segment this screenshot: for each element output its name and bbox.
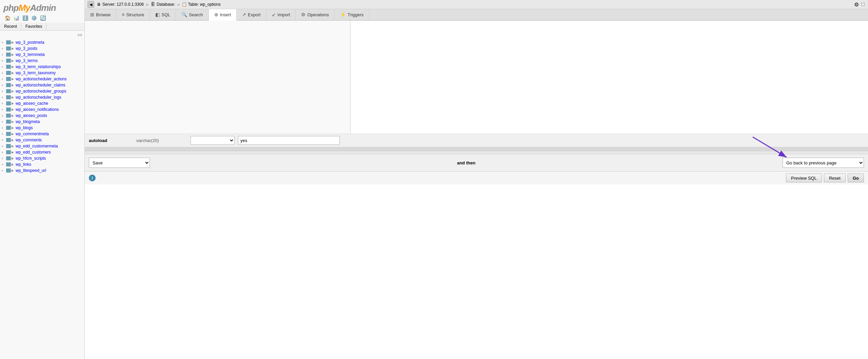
tree-item-wp_actionscheduler_actions[interactable]: + ▶ wp_actionscheduler_actions (0, 76, 84, 82)
tree-item-wp_3_posts[interactable]: + ▶ wp_3_posts (0, 45, 84, 52)
expand-icon: + (1, 77, 6, 81)
goto-select[interactable]: Go back to previous page Browse the tabl… (783, 158, 864, 168)
tree-item-wp_aioseo_notifications[interactable]: + ▶ wp_aioseo_notifications (0, 106, 84, 113)
tree-label[interactable]: wp_aioseo_cache (16, 101, 48, 106)
value-textarea[interactable] (351, 21, 868, 134)
action-row-container: Save Save and add another row Go back to… (85, 154, 868, 171)
window-controls[interactable]: ☐ (861, 2, 865, 7)
tree-item-wp_actionscheduler_groups[interactable]: + ▶ wp_actionscheduler_groups (0, 88, 84, 94)
tree-item-wp_3_term_relationships[interactable]: + ▶ wp_3_term_relationships (0, 64, 84, 70)
tab-icon-browse: ⊞ (90, 12, 94, 17)
tab-import[interactable]: ↙ Import (267, 9, 296, 20)
tree-label[interactable]: wp_aioseo_posts (16, 113, 47, 118)
tree-label[interactable]: wp_links (16, 162, 31, 167)
tree-item-wp_3_postmeta[interactable]: + ▶ wp_3_postmeta (0, 39, 84, 45)
breadcrumb-table[interactable]: 📋 Table: wp_options (182, 2, 220, 7)
tree-item-wp_blogs[interactable]: + ▶ wp_blogs (0, 125, 84, 131)
expand-icon: + (1, 108, 6, 112)
expand-icon: + (1, 53, 6, 57)
tab-icon-insert: ⊕ (214, 12, 218, 17)
tab-insert[interactable]: ⊕ Insert (209, 9, 237, 21)
sidebar-tab-recent[interactable]: Recent (0, 23, 21, 30)
tab-export[interactable]: ↗ Export (237, 9, 267, 20)
tree-label[interactable]: wp_aioseo_notifications (16, 107, 59, 112)
tab-bar: ⊞ Browse ≡ Structure ◧ SQL 🔍 Search ⊕ In… (85, 9, 868, 21)
tab-label: Export (248, 12, 261, 17)
tree-item-wp_litespeed_url[interactable]: + ▶ wp_litespeed_url (0, 167, 84, 174)
tree-label[interactable]: wp_actionscheduler_groups (16, 89, 66, 94)
tree-item-wp_3_term_taxonomy[interactable]: + ▶ wp_3_term_taxonomy (0, 70, 84, 76)
settings-icon[interactable]: ⚙️ (31, 15, 37, 21)
tree-label[interactable]: wp_3_posts (16, 46, 37, 51)
tree-item-wp_links[interactable]: + ▶ wp_links (0, 161, 84, 167)
db-icon[interactable]: 📊 (13, 15, 20, 21)
sidebar-tab-bar: Recent Favorites (0, 23, 84, 31)
tree-label[interactable]: wp_actionscheduler_logs (16, 95, 61, 100)
tree-item-wp_3_termmeta[interactable]: + ▶ wp_3_termmeta (0, 52, 84, 58)
tree-item-wp_aioseo_posts[interactable]: + ▶ wp_aioseo_posts (0, 113, 84, 119)
tree-label[interactable]: wp_3_terms (16, 58, 38, 63)
breadcrumb-server[interactable]: 🖥 Server: 127.0.0.1:3306 (96, 2, 144, 7)
tree-item-wp_actionscheduler_logs[interactable]: + ▶ wp_actionscheduler_logs (0, 94, 84, 100)
tab-search[interactable]: 🔍 Search (176, 9, 209, 20)
expand-icon: + (1, 132, 6, 136)
null-select-autoload[interactable]: NULL (191, 136, 235, 145)
refresh-icon[interactable]: 🔄 (39, 15, 46, 21)
tree-item-wp_actionscheduler_claims[interactable]: + ▶ wp_actionscheduler_claims (0, 82, 84, 88)
tree-item-wp_hfcm_scripts[interactable]: + ▶ wp_hfcm_scripts (0, 155, 84, 161)
tree-label[interactable]: wp_hfcm_scripts (16, 156, 46, 161)
tree-label[interactable]: wp_blogs (16, 125, 33, 130)
expand-icon: + (1, 163, 6, 166)
tree-item-wp_blogmeta[interactable]: + ▶ wp_blogmeta (0, 119, 84, 125)
tree-item-wp_3_terms[interactable]: + ▶ wp_3_terms (0, 58, 84, 64)
expand-icon: + (1, 102, 6, 105)
tab-label: Triggers (348, 12, 363, 17)
tree-label[interactable]: wp_commentmeta (16, 132, 49, 136)
value-input-autoload[interactable] (238, 136, 340, 145)
info-icon[interactable]: ℹ️ (22, 15, 28, 21)
tree-label[interactable]: wp_3_postmeta (16, 40, 44, 45)
go-button[interactable]: Go (848, 174, 864, 182)
tab-triggers[interactable]: ⚡ Triggers (335, 9, 369, 20)
breadcrumb-database[interactable]: 🗄 Database: (151, 2, 175, 7)
sidebar-tab-favorites[interactable]: Favorites (21, 23, 46, 30)
tab-label: Search (189, 12, 203, 17)
tree-item-wp_edd_customers[interactable]: + ▶ wp_edd_customers (0, 149, 84, 155)
expand-icon: + (1, 144, 6, 148)
tree-label[interactable]: wp_3_termmeta (16, 52, 45, 57)
tab-operations[interactable]: ⚙ Operations (296, 9, 335, 20)
field-type-autoload: varchar(20) (136, 138, 191, 143)
expand-icon: + (1, 65, 6, 69)
tree-item-wp_aioseo_cache[interactable]: + ▶ wp_aioseo_cache (0, 100, 84, 106)
tree-label[interactable]: wp_3_term_taxonomy (16, 71, 56, 75)
tab-sql[interactable]: ◧ SQL (150, 9, 176, 20)
back-button[interactable]: ◀ (87, 1, 94, 8)
home-icon[interactable]: 🏠 (4, 15, 11, 21)
tree-label[interactable]: wp_litespeed_url (16, 168, 46, 173)
tree-label[interactable]: wp_edd_customers (16, 150, 51, 155)
reset-button[interactable]: Reset (824, 174, 846, 182)
expand-icon: + (1, 96, 6, 99)
save-select[interactable]: Save Save and add another row Go back to… (89, 158, 150, 168)
expand-icon: + (1, 120, 6, 124)
tree-item-wp_edd_customermeta[interactable]: + ▶ wp_edd_customermeta (0, 143, 84, 149)
tree-label[interactable]: wp_3_term_relationships (16, 64, 61, 69)
settings-button[interactable]: ⚙ (854, 1, 859, 8)
logo-area: phpMyAdmin 🏠 📊 ℹ️ ⚙️ 🔄 (0, 0, 84, 23)
tree-label[interactable]: wp_actionscheduler_actions (16, 77, 67, 81)
preview-sql-button[interactable]: Preview SQL (786, 174, 822, 182)
tree-label[interactable]: wp_blogmeta (16, 119, 40, 124)
scroll-indicator: ⇔ (0, 31, 84, 39)
tree-item-wp_comments[interactable]: + ▶ wp_comments (0, 137, 84, 143)
tab-label: Operations (307, 12, 329, 17)
tree-label[interactable]: wp_edd_customermeta (16, 144, 58, 148)
tab-browse[interactable]: ⊞ Browse (85, 9, 116, 20)
tree-label[interactable]: wp_actionscheduler_claims (16, 83, 65, 87)
textarea-area (85, 21, 868, 134)
table-icon: 📋 (182, 2, 186, 7)
help-icon[interactable]: i (89, 175, 96, 181)
database-icon: 🗄 (151, 2, 155, 7)
tree-label[interactable]: wp_comments (16, 138, 42, 142)
tree-item-wp_commentmeta[interactable]: + ▶ wp_commentmeta (0, 131, 84, 137)
tab-structure[interactable]: ≡ Structure (116, 9, 150, 20)
